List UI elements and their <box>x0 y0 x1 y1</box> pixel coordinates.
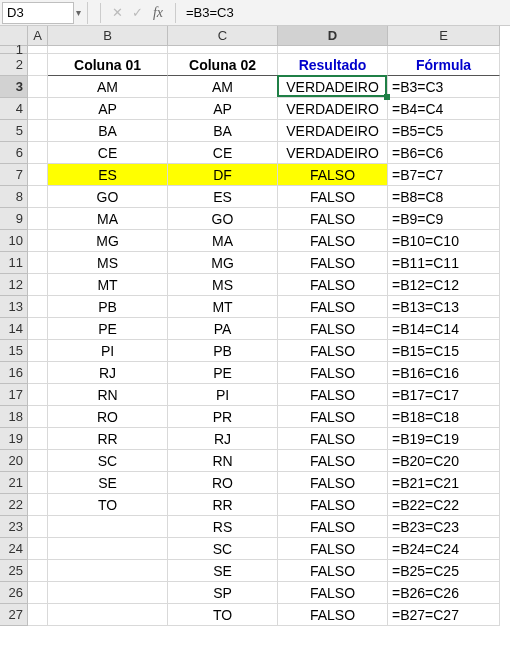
cell-A2[interactable] <box>28 54 48 76</box>
cell-C22[interactable]: RR <box>168 494 278 516</box>
row-header-24[interactable]: 24 <box>0 538 28 560</box>
cell-A8[interactable] <box>28 186 48 208</box>
cell-E3[interactable]: =B3=C3 <box>388 76 500 98</box>
cell-E16[interactable]: =B16=C16 <box>388 362 500 384</box>
cell-D10[interactable]: FALSO <box>278 230 388 252</box>
cell-B25[interactable] <box>48 560 168 582</box>
cell-A14[interactable] <box>28 318 48 340</box>
cell-D26[interactable]: FALSO <box>278 582 388 604</box>
cell-B16[interactable]: RJ <box>48 362 168 384</box>
cell-D15[interactable]: FALSO <box>278 340 388 362</box>
row-header-21[interactable]: 21 <box>0 472 28 494</box>
cell-B23[interactable] <box>48 516 168 538</box>
cell-C18[interactable]: PR <box>168 406 278 428</box>
cell-D3[interactable]: VERDADEIRO <box>278 76 388 98</box>
cell-D18[interactable]: FALSO <box>278 406 388 428</box>
cell-C25[interactable]: SE <box>168 560 278 582</box>
cell-D21[interactable]: FALSO <box>278 472 388 494</box>
cell-B14[interactable]: PE <box>48 318 168 340</box>
cell-B3[interactable]: AM <box>48 76 168 98</box>
cell-C21[interactable]: RO <box>168 472 278 494</box>
row-header-5[interactable]: 5 <box>0 120 28 142</box>
cell-E21[interactable]: =B21=C21 <box>388 472 500 494</box>
cell-A12[interactable] <box>28 274 48 296</box>
row-header-26[interactable]: 26 <box>0 582 28 604</box>
cells-area[interactable]: Coluna 01Coluna 02ResultadoFórmulaAMAMVE… <box>28 46 500 626</box>
cell[interactable] <box>28 46 48 54</box>
name-box-dropdown-icon[interactable]: ▾ <box>74 2 88 24</box>
cell-D5[interactable]: VERDADEIRO <box>278 120 388 142</box>
cell-E12[interactable]: =B12=C12 <box>388 274 500 296</box>
cell-C4[interactable]: AP <box>168 98 278 120</box>
cell-C15[interactable]: PB <box>168 340 278 362</box>
cell-C19[interactable]: RJ <box>168 428 278 450</box>
cell-B27[interactable] <box>48 604 168 626</box>
row-header-8[interactable]: 8 <box>0 186 28 208</box>
cell-B4[interactable]: AP <box>48 98 168 120</box>
select-all-corner[interactable] <box>0 26 28 46</box>
cell-E17[interactable]: =B17=C17 <box>388 384 500 406</box>
cell-D6[interactable]: VERDADEIRO <box>278 142 388 164</box>
cell-E8[interactable]: =B8=C8 <box>388 186 500 208</box>
cell-C24[interactable]: SC <box>168 538 278 560</box>
cell-B19[interactable]: RR <box>48 428 168 450</box>
cell-D17[interactable]: FALSO <box>278 384 388 406</box>
cell[interactable] <box>278 46 388 54</box>
cell-B5[interactable]: BA <box>48 120 168 142</box>
cell-A3[interactable] <box>28 76 48 98</box>
header-coluna-01[interactable]: Coluna 01 <box>48 54 168 76</box>
formula-bar-input[interactable]: =B3=C3 <box>182 5 510 20</box>
header-coluna-02[interactable]: Coluna 02 <box>168 54 278 76</box>
cell[interactable] <box>168 46 278 54</box>
cell-D20[interactable]: FALSO <box>278 450 388 472</box>
row-header-18[interactable]: 18 <box>0 406 28 428</box>
cell-B18[interactable]: RO <box>48 406 168 428</box>
cell-C14[interactable]: PA <box>168 318 278 340</box>
cell-A23[interactable] <box>28 516 48 538</box>
cell-D14[interactable]: FALSO <box>278 318 388 340</box>
cell-E10[interactable]: =B10=C10 <box>388 230 500 252</box>
cell-E6[interactable]: =B6=C6 <box>388 142 500 164</box>
cell-A6[interactable] <box>28 142 48 164</box>
cell-E7[interactable]: =B7=C7 <box>388 164 500 186</box>
cell-C17[interactable]: PI <box>168 384 278 406</box>
header-formula[interactable]: Fórmula <box>388 54 500 76</box>
cell-C12[interactable]: MS <box>168 274 278 296</box>
cell-C6[interactable]: CE <box>168 142 278 164</box>
row-header-6[interactable]: 6 <box>0 142 28 164</box>
row-header-10[interactable]: 10 <box>0 230 28 252</box>
col-header-E[interactable]: E <box>388 26 500 46</box>
cell-E9[interactable]: =B9=C9 <box>388 208 500 230</box>
cell-A11[interactable] <box>28 252 48 274</box>
row-header-1[interactable]: 1 <box>0 46 28 54</box>
cell-E24[interactable]: =B24=C24 <box>388 538 500 560</box>
cell-B11[interactable]: MS <box>48 252 168 274</box>
cell-D9[interactable]: FALSO <box>278 208 388 230</box>
cell-A19[interactable] <box>28 428 48 450</box>
cell[interactable] <box>48 46 168 54</box>
cell-A22[interactable] <box>28 494 48 516</box>
cell-E26[interactable]: =B26=C26 <box>388 582 500 604</box>
cell-D4[interactable]: VERDADEIRO <box>278 98 388 120</box>
cell[interactable] <box>388 46 500 54</box>
cell-E19[interactable]: =B19=C19 <box>388 428 500 450</box>
cell-A21[interactable] <box>28 472 48 494</box>
cell-C27[interactable]: TO <box>168 604 278 626</box>
fx-icon[interactable]: fx <box>147 5 169 21</box>
cell-E20[interactable]: =B20=C20 <box>388 450 500 472</box>
header-resultado[interactable]: Resultado <box>278 54 388 76</box>
cancel-icon[interactable]: ✕ <box>107 2 127 24</box>
cell-E14[interactable]: =B14=C14 <box>388 318 500 340</box>
cell-B26[interactable] <box>48 582 168 604</box>
row-header-9[interactable]: 9 <box>0 208 28 230</box>
cell-A4[interactable] <box>28 98 48 120</box>
row-header-25[interactable]: 25 <box>0 560 28 582</box>
row-header-17[interactable]: 17 <box>0 384 28 406</box>
row-header-20[interactable]: 20 <box>0 450 28 472</box>
cell-D7[interactable]: FALSO <box>278 164 388 186</box>
cell-E4[interactable]: =B4=C4 <box>388 98 500 120</box>
cell-B24[interactable] <box>48 538 168 560</box>
cell-B21[interactable]: SE <box>48 472 168 494</box>
row-header-19[interactable]: 19 <box>0 428 28 450</box>
row-header-23[interactable]: 23 <box>0 516 28 538</box>
